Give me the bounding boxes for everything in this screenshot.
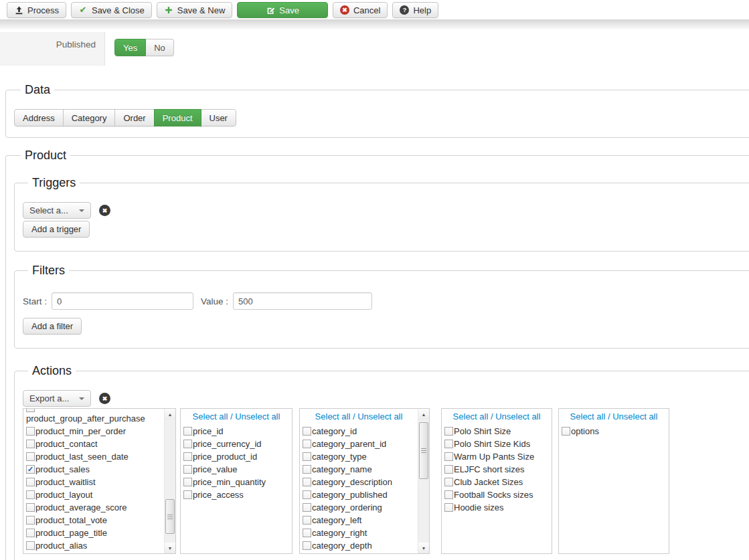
list-item[interactable]: Football Socks sizes: [444, 488, 552, 501]
list-item[interactable]: category_ordering: [303, 501, 418, 514]
checkbox[interactable]: [444, 503, 453, 512]
checkbox[interactable]: [303, 529, 311, 537]
list-item[interactable]: product_layout: [26, 488, 164, 501]
checkbox[interactable]: [26, 490, 35, 499]
checkbox[interactable]: [303, 503, 311, 512]
list-item[interactable]: Polo Shirt Size Kids: [444, 438, 552, 450]
checkbox[interactable]: [183, 478, 192, 486]
list-item[interactable]: category_depth: [303, 539, 418, 552]
scrollbar[interactable]: ▲ ▼: [164, 409, 175, 553]
list-item[interactable]: Hoodie sizes: [444, 501, 552, 514]
value-input[interactable]: [233, 292, 372, 310]
unselect-all-link[interactable]: Unselect all: [357, 411, 402, 422]
list-item[interactable]: price_value: [183, 463, 292, 476]
list-item[interactable]: category_namekey: [303, 552, 418, 554]
list-item[interactable]: price_id: [183, 425, 292, 438]
add-filter-button[interactable]: Add a filter: [23, 318, 82, 335]
published-no-button[interactable]: No: [146, 39, 174, 56]
checkbox[interactable]: [303, 440, 311, 448]
action-select[interactable]: Export a...: [23, 390, 91, 407]
scroll-down-icon[interactable]: ▼: [418, 543, 429, 553]
list-item[interactable]: category_id: [303, 425, 418, 438]
scroll-down-icon[interactable]: ▼: [165, 543, 175, 553]
remove-trigger-icon[interactable]: ✖: [99, 205, 110, 216]
checkbox[interactable]: [26, 408, 35, 412]
checkbox[interactable]: [26, 503, 35, 512]
select-all-link[interactable]: Select all: [570, 411, 606, 422]
save-close-button[interactable]: ✔ Save & Close: [71, 2, 152, 18]
list-item[interactable]: category_left: [303, 514, 418, 527]
list-item[interactable]: product_page_title: [26, 527, 164, 539]
checkbox[interactable]: [303, 427, 311, 436]
list-item[interactable]: category_description: [303, 476, 418, 488]
select-all-link[interactable]: Select all: [193, 411, 228, 422]
trigger-select[interactable]: Select a...: [23, 202, 91, 219]
list-item[interactable]: product_last_seen_date: [26, 450, 164, 463]
checkbox[interactable]: [444, 465, 453, 474]
checkbox[interactable]: [26, 529, 35, 537]
unselect-all-link[interactable]: Unselect all: [612, 411, 657, 422]
unselect-all-link[interactable]: Unselect all: [235, 411, 280, 422]
checkbox[interactable]: [303, 465, 311, 474]
cancel-button[interactable]: ✖ Cancel: [333, 2, 388, 18]
checkbox[interactable]: [444, 452, 453, 461]
scrollbar[interactable]: ▲ ▼: [418, 409, 429, 553]
list-item[interactable]: category_type: [303, 450, 418, 463]
list-item[interactable]: ELJFC short sizes: [444, 463, 552, 476]
list-item[interactable]: price_product_id: [183, 450, 292, 463]
list-item[interactable]: category_name: [303, 463, 418, 476]
list-item[interactable]: product_group_after_purchase: [26, 408, 164, 425]
list-item[interactable]: category_right: [303, 527, 418, 539]
list-item[interactable]: product_min_per_order: [26, 425, 164, 438]
list-item[interactable]: category_parent_id: [303, 438, 418, 450]
list-item[interactable]: product_contact: [26, 438, 164, 450]
list-item[interactable]: options: [562, 425, 669, 438]
start-input[interactable]: [52, 292, 193, 310]
unselect-all-link[interactable]: Unselect all: [495, 411, 540, 422]
checkbox[interactable]: [26, 440, 35, 448]
checkbox[interactable]: [26, 541, 35, 550]
list-item[interactable]: category_published: [303, 488, 418, 501]
list-item[interactable]: Club Jacket Sizes: [444, 476, 552, 488]
checkbox[interactable]: [183, 465, 192, 474]
tab-user[interactable]: User: [201, 109, 236, 126]
scrollbar-thumb[interactable]: [419, 422, 428, 479]
scroll-up-icon[interactable]: ▲: [165, 409, 175, 419]
tab-address[interactable]: Address: [14, 109, 64, 126]
tab-category[interactable]: Category: [63, 109, 116, 126]
list-item[interactable]: ✓product_sales: [26, 463, 164, 476]
checkbox[interactable]: [26, 452, 35, 461]
list-item[interactable]: price_min_quantity: [183, 476, 292, 488]
add-trigger-button[interactable]: Add a trigger: [23, 221, 90, 238]
help-button[interactable]: ? Help: [392, 2, 438, 18]
list-item[interactable]: product_average_score: [26, 501, 164, 514]
checkbox-checked[interactable]: ✓: [26, 465, 35, 474]
select-all-link[interactable]: Select all: [453, 411, 489, 422]
list-item[interactable]: price_access: [183, 488, 292, 501]
checkbox[interactable]: [303, 490, 311, 499]
checkbox[interactable]: [444, 478, 453, 486]
checkbox[interactable]: [303, 452, 311, 461]
checkbox[interactable]: [444, 440, 453, 448]
checkbox[interactable]: [183, 452, 192, 461]
scrollbar-thumb[interactable]: [165, 499, 175, 534]
checkbox[interactable]: [183, 427, 192, 436]
list-item[interactable]: product_waitlist: [26, 476, 164, 488]
list-item[interactable]: price_currency_id: [183, 438, 292, 450]
remove-action-icon[interactable]: ✖: [99, 393, 110, 404]
checkbox[interactable]: [26, 478, 35, 486]
checkbox[interactable]: [562, 427, 570, 436]
select-all-link[interactable]: Select all: [315, 411, 351, 422]
list-item[interactable]: product_total_vote: [26, 514, 164, 527]
checkbox[interactable]: [26, 427, 35, 436]
list-item[interactable]: product_alias: [26, 539, 164, 552]
published-yes-button[interactable]: Yes: [114, 39, 146, 56]
checkbox[interactable]: [183, 490, 192, 499]
tab-product[interactable]: Product: [154, 109, 201, 126]
scroll-up-icon[interactable]: ▲: [418, 409, 429, 419]
checkbox[interactable]: [26, 516, 35, 525]
save-button[interactable]: Save: [237, 2, 328, 18]
save-new-button[interactable]: Save & New: [157, 2, 233, 18]
checkbox[interactable]: [444, 427, 453, 436]
list-item[interactable]: Warm Up Pants Size: [444, 450, 552, 463]
